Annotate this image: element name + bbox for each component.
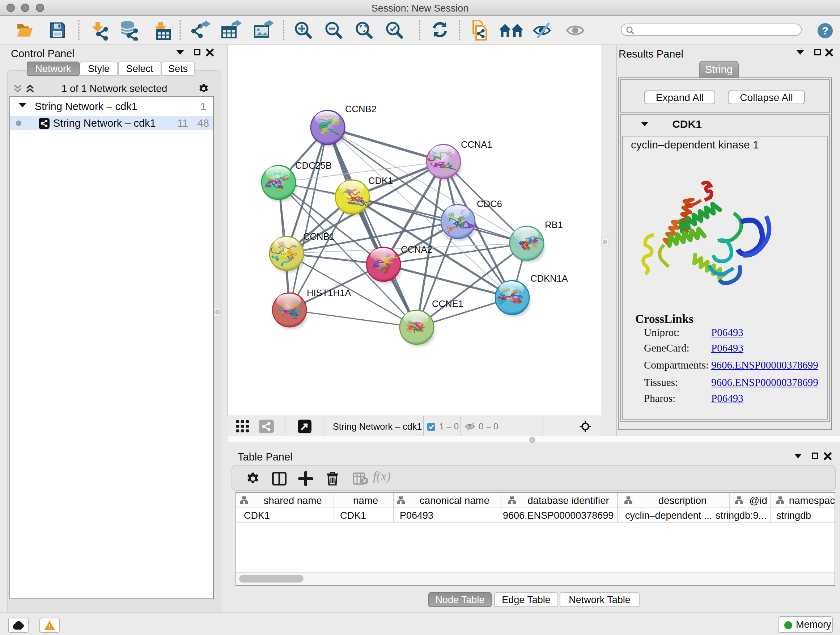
- svg-text:CCNA1: CCNA1: [461, 139, 493, 149]
- svg-text:RB1: RB1: [545, 220, 563, 230]
- svg-text:CCNB1: CCNB1: [303, 231, 335, 241]
- svg-text:CDC25B: CDC25B: [295, 160, 332, 171]
- svg-text:CDKN1A: CDKN1A: [531, 273, 568, 283]
- svg-text:HIST1H1A: HIST1H1A: [307, 288, 351, 298]
- svg-text:CDK1: CDK1: [368, 176, 393, 186]
- svg-text:CCNA2: CCNA2: [401, 244, 432, 255]
- svg-text:CCNE1: CCNE1: [432, 299, 463, 309]
- svg-text:CCNB2: CCNB2: [345, 104, 377, 114]
- svg-text:CDC6: CDC6: [477, 199, 502, 209]
